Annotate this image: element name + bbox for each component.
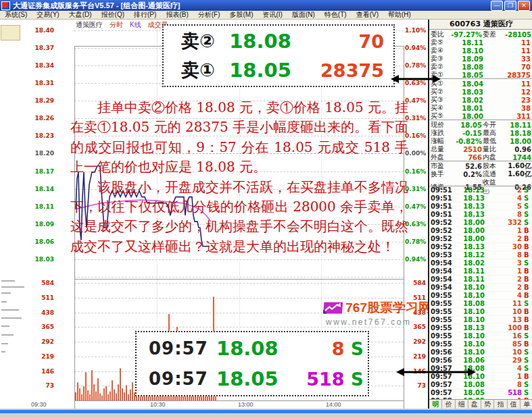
- tick-row[interactable]: 09:5118.134S: [429, 194, 532, 203]
- tick-time: 09:52: [431, 227, 454, 234]
- chart-tab[interactable]: 通策医疗: [76, 20, 103, 30]
- trade-print-row: 09:5718.088 S: [137, 334, 368, 363]
- menu-item[interactable]: 帮助(H): [383, 10, 416, 20]
- tick-qty: 3: [485, 259, 524, 267]
- tick-row[interactable]: 09:5118.138S: [429, 211, 532, 219]
- panel-tab[interactable]: 势: [481, 400, 494, 409]
- bid-row: 买②18.0312: [429, 87, 532, 95]
- tick-row[interactable]: 09:5518.1085B: [429, 340, 532, 348]
- tick-row[interactable]: 09:5318.128B: [429, 251, 532, 259]
- menu-item[interactable]: 排行(P): [129, 10, 161, 20]
- bid-levels: 买①18.0411买②18.0312买③18.0223买④18.0138买⑤18…: [429, 79, 532, 120]
- tick-time: 09:52: [431, 243, 454, 251]
- menu-item[interactable]: 特色(T): [320, 10, 352, 20]
- tick-qty: 4: [485, 194, 524, 202]
- trade-time: 09:57: [137, 369, 216, 389]
- book-level-price: 18.11: [451, 39, 483, 47]
- ask-row: 卖②18.0870: [429, 62, 532, 70]
- book-level-qty: 311: [483, 113, 532, 120]
- chart-tab[interactable]: K线: [130, 20, 141, 30]
- tick-row[interactable]: 09:5218.00332S: [429, 219, 532, 227]
- menu-item[interactable]: 交易(Y): [32, 10, 64, 20]
- trade-time: 09:57: [137, 338, 216, 359]
- tick-row[interactable]: 09:5218.001B: [429, 227, 532, 235]
- panel-tab[interactable]: 单: [521, 400, 532, 409]
- price-axis-label: 18.09: [30, 221, 54, 228]
- tick-row[interactable]: 09:5518.13100B: [429, 324, 532, 332]
- tick-row[interactable]: 09:5718.05518S: [429, 389, 532, 397]
- menu-item[interactable]: 大盘(D): [64, 10, 97, 20]
- tick-qty: 1: [485, 267, 524, 275]
- tick-flag: B: [524, 251, 532, 259]
- tick-time: 09:56: [431, 348, 454, 356]
- tick-qty: 4: [485, 292, 524, 299]
- price-axis-label: 18.14: [30, 186, 54, 192]
- stat-row: 外盘766内盘1744: [429, 153, 532, 161]
- tick-time: 09:55: [431, 292, 454, 299]
- tick-time: 09:51: [431, 203, 454, 210]
- tick-flag: S: [524, 219, 532, 226]
- stat-value: -0.15: [449, 130, 483, 137]
- panel-tab[interactable]: 明: [429, 400, 442, 409]
- tick-row[interactable]: 09:5118.135S: [429, 203, 532, 211]
- book-level-price: 18.03: [451, 88, 483, 96]
- minimize-button[interactable]: —: [491, 1, 503, 11]
- volume-axis-label: 219: [405, 353, 426, 360]
- tick-flag: S: [524, 203, 532, 210]
- panel-tab[interactable]: 指: [494, 400, 507, 409]
- tick-row[interactable]: 09:5418.111B: [429, 267, 532, 276]
- tick-row[interactable]: 09:5518.1016S: [429, 332, 532, 340]
- tick-row[interactable]: 09:5418.112B: [429, 276, 532, 284]
- trade-qty-number: 8: [332, 338, 351, 359]
- tick-row[interactable]: 09:5218.002B: [429, 235, 532, 243]
- stat-row: 总量2510量比0.96: [429, 145, 532, 153]
- tick-row[interactable]: 09:5518.1010B: [429, 308, 532, 316]
- menu-item[interactable]: 资讯(I): [258, 10, 287, 20]
- stock-stats: 现价18.05今开18.11涨跌-0.15最高18.18涨幅-0.82%最低18…: [429, 120, 532, 186]
- panel-tab[interactable]: 价: [442, 400, 455, 409]
- ask-row: 卖⑤18.1111: [429, 38, 532, 46]
- menu-item[interactable]: 版面(N): [287, 10, 320, 20]
- stat-row: 涨幅-0.82%最低18.00: [429, 136, 532, 145]
- tick-qty: 8: [485, 381, 524, 388]
- menu-item[interactable]: 分析(F): [193, 10, 225, 20]
- tick-row[interactable]: 09:5518.1013B: [429, 316, 532, 324]
- chart-tab[interactable]: 分时: [110, 20, 123, 30]
- tick-flag: B: [524, 284, 532, 291]
- price-axis-label: 18.26: [30, 115, 54, 122]
- tick-qty: 8: [485, 251, 524, 259]
- tick-row[interactable]: 09:5618.0629S: [429, 357, 532, 365]
- menu-item[interactable]: 查看(V): [352, 10, 383, 20]
- menu-item[interactable]: 报价(Q): [97, 10, 129, 20]
- menu-item[interactable]: 系统(S): [0, 10, 32, 20]
- tick-row[interactable]: 09:5418.102B: [429, 284, 532, 292]
- panel-tab[interactable]: 盘: [468, 400, 481, 409]
- tick-time: 09:54: [431, 259, 454, 267]
- watermark-title: 767股票学习网: [345, 299, 431, 317]
- restore-button[interactable]: ❐: [504, 1, 516, 11]
- watermark-logo-icon: [323, 301, 343, 315]
- close-button[interactable]: ✕: [518, 1, 530, 11]
- price-axis-label: 18.17: [30, 168, 54, 175]
- menu-item[interactable]: 报表(B): [161, 10, 193, 20]
- tick-row[interactable]: 09:5218.1330B: [429, 243, 532, 251]
- sell-level-qty: 70: [292, 31, 393, 52]
- sell-level-price: 18.05: [228, 59, 292, 82]
- tick-row[interactable]: 09:5618.1010S: [429, 348, 532, 357]
- tick-row[interactable]: 09:5518.104B: [429, 292, 532, 300]
- tick-row[interactable]: 09:5418.023S: [429, 259, 532, 267]
- panel-tab[interactable]: 值: [508, 400, 521, 409]
- tick-row[interactable]: 09:5118.132S: [429, 186, 532, 194]
- trade-prints-callout: 09:5718.088 S09:5718.05518 S: [135, 331, 369, 396]
- tick-flag: S: [524, 300, 532, 307]
- window-bottom-border: [0, 409, 532, 418]
- tick-row[interactable]: 09:5518.0811S: [429, 300, 532, 308]
- percent-axis-label: 0.78%: [405, 62, 426, 69]
- panel-tab[interactable]: 细: [456, 400, 468, 409]
- tick-flag: B: [524, 227, 532, 234]
- menu-item[interactable]: 多股(M): [225, 10, 258, 20]
- bid-row: 买⑤18.00311: [429, 111, 532, 120]
- weicha-value: -28105: [500, 31, 532, 38]
- tick-time: 09:57: [431, 381, 454, 388]
- tick-row[interactable]: 09:5718.088S: [429, 381, 532, 389]
